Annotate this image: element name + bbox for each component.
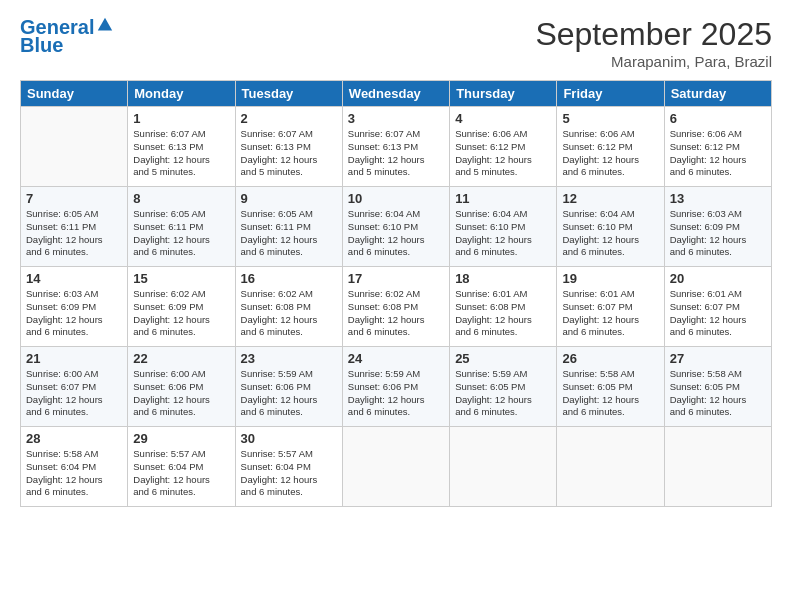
col-monday: Monday xyxy=(128,81,235,107)
calendar-cell xyxy=(450,427,557,507)
calendar-cell: 21Sunrise: 6:00 AM Sunset: 6:07 PM Dayli… xyxy=(21,347,128,427)
col-thursday: Thursday xyxy=(450,81,557,107)
cell-info: Sunrise: 6:00 AM Sunset: 6:06 PM Dayligh… xyxy=(133,368,229,419)
day-number: 3 xyxy=(348,111,444,126)
day-number: 30 xyxy=(241,431,337,446)
cell-info: Sunrise: 6:05 AM Sunset: 6:11 PM Dayligh… xyxy=(26,208,122,259)
calendar-cell: 20Sunrise: 6:01 AM Sunset: 6:07 PM Dayli… xyxy=(664,267,771,347)
col-wednesday: Wednesday xyxy=(342,81,449,107)
calendar-cell xyxy=(557,427,664,507)
day-number: 14 xyxy=(26,271,122,286)
calendar-cell xyxy=(664,427,771,507)
calendar-cell: 27Sunrise: 5:58 AM Sunset: 6:05 PM Dayli… xyxy=(664,347,771,427)
cell-info: Sunrise: 6:01 AM Sunset: 6:07 PM Dayligh… xyxy=(562,288,658,339)
day-number: 5 xyxy=(562,111,658,126)
day-number: 23 xyxy=(241,351,337,366)
day-number: 12 xyxy=(562,191,658,206)
calendar-week-3: 21Sunrise: 6:00 AM Sunset: 6:07 PM Dayli… xyxy=(21,347,772,427)
calendar-header-row: Sunday Monday Tuesday Wednesday Thursday… xyxy=(21,81,772,107)
day-number: 29 xyxy=(133,431,229,446)
day-number: 28 xyxy=(26,431,122,446)
day-number: 2 xyxy=(241,111,337,126)
day-number: 20 xyxy=(670,271,766,286)
location-subtitle: Marapanim, Para, Brazil xyxy=(535,53,772,70)
calendar-cell: 16Sunrise: 6:02 AM Sunset: 6:08 PM Dayli… xyxy=(235,267,342,347)
calendar-cell: 10Sunrise: 6:04 AM Sunset: 6:10 PM Dayli… xyxy=(342,187,449,267)
calendar-table: Sunday Monday Tuesday Wednesday Thursday… xyxy=(20,80,772,507)
cell-info: Sunrise: 6:06 AM Sunset: 6:12 PM Dayligh… xyxy=(562,128,658,179)
calendar-cell: 12Sunrise: 6:04 AM Sunset: 6:10 PM Dayli… xyxy=(557,187,664,267)
logo: General Blue xyxy=(20,16,114,57)
cell-info: Sunrise: 5:59 AM Sunset: 6:05 PM Dayligh… xyxy=(455,368,551,419)
calendar-cell: 5Sunrise: 6:06 AM Sunset: 6:12 PM Daylig… xyxy=(557,107,664,187)
day-number: 26 xyxy=(562,351,658,366)
cell-info: Sunrise: 6:04 AM Sunset: 6:10 PM Dayligh… xyxy=(455,208,551,259)
cell-info: Sunrise: 6:03 AM Sunset: 6:09 PM Dayligh… xyxy=(670,208,766,259)
col-tuesday: Tuesday xyxy=(235,81,342,107)
day-number: 11 xyxy=(455,191,551,206)
calendar-cell: 2Sunrise: 6:07 AM Sunset: 6:13 PM Daylig… xyxy=(235,107,342,187)
month-title: September 2025 xyxy=(535,16,772,53)
calendar-cell: 30Sunrise: 5:57 AM Sunset: 6:04 PM Dayli… xyxy=(235,427,342,507)
day-number: 25 xyxy=(455,351,551,366)
cell-info: Sunrise: 6:04 AM Sunset: 6:10 PM Dayligh… xyxy=(562,208,658,259)
logo-icon xyxy=(96,16,114,34)
day-number: 21 xyxy=(26,351,122,366)
day-number: 1 xyxy=(133,111,229,126)
calendar-cell xyxy=(342,427,449,507)
day-number: 8 xyxy=(133,191,229,206)
svg-marker-0 xyxy=(98,18,112,31)
calendar-cell: 7Sunrise: 6:05 AM Sunset: 6:11 PM Daylig… xyxy=(21,187,128,267)
day-number: 27 xyxy=(670,351,766,366)
day-number: 17 xyxy=(348,271,444,286)
cell-info: Sunrise: 6:04 AM Sunset: 6:10 PM Dayligh… xyxy=(348,208,444,259)
cell-info: Sunrise: 6:02 AM Sunset: 6:09 PM Dayligh… xyxy=(133,288,229,339)
calendar-cell: 3Sunrise: 6:07 AM Sunset: 6:13 PM Daylig… xyxy=(342,107,449,187)
cell-info: Sunrise: 6:03 AM Sunset: 6:09 PM Dayligh… xyxy=(26,288,122,339)
cell-info: Sunrise: 5:57 AM Sunset: 6:04 PM Dayligh… xyxy=(133,448,229,499)
cell-info: Sunrise: 5:58 AM Sunset: 6:05 PM Dayligh… xyxy=(562,368,658,419)
cell-info: Sunrise: 6:07 AM Sunset: 6:13 PM Dayligh… xyxy=(348,128,444,179)
calendar-cell: 8Sunrise: 6:05 AM Sunset: 6:11 PM Daylig… xyxy=(128,187,235,267)
cell-info: Sunrise: 6:07 AM Sunset: 6:13 PM Dayligh… xyxy=(241,128,337,179)
day-number: 7 xyxy=(26,191,122,206)
cell-info: Sunrise: 6:00 AM Sunset: 6:07 PM Dayligh… xyxy=(26,368,122,419)
col-friday: Friday xyxy=(557,81,664,107)
cell-info: Sunrise: 6:06 AM Sunset: 6:12 PM Dayligh… xyxy=(455,128,551,179)
cell-info: Sunrise: 6:07 AM Sunset: 6:13 PM Dayligh… xyxy=(133,128,229,179)
calendar-cell: 14Sunrise: 6:03 AM Sunset: 6:09 PM Dayli… xyxy=(21,267,128,347)
cell-info: Sunrise: 6:01 AM Sunset: 6:08 PM Dayligh… xyxy=(455,288,551,339)
calendar-cell: 11Sunrise: 6:04 AM Sunset: 6:10 PM Dayli… xyxy=(450,187,557,267)
cell-info: Sunrise: 5:59 AM Sunset: 6:06 PM Dayligh… xyxy=(241,368,337,419)
calendar-cell: 15Sunrise: 6:02 AM Sunset: 6:09 PM Dayli… xyxy=(128,267,235,347)
cell-info: Sunrise: 6:01 AM Sunset: 6:07 PM Dayligh… xyxy=(670,288,766,339)
cell-info: Sunrise: 5:57 AM Sunset: 6:04 PM Dayligh… xyxy=(241,448,337,499)
cell-info: Sunrise: 6:02 AM Sunset: 6:08 PM Dayligh… xyxy=(348,288,444,339)
calendar-cell: 17Sunrise: 6:02 AM Sunset: 6:08 PM Dayli… xyxy=(342,267,449,347)
cell-info: Sunrise: 5:59 AM Sunset: 6:06 PM Dayligh… xyxy=(348,368,444,419)
calendar-cell: 24Sunrise: 5:59 AM Sunset: 6:06 PM Dayli… xyxy=(342,347,449,427)
cell-info: Sunrise: 6:05 AM Sunset: 6:11 PM Dayligh… xyxy=(133,208,229,259)
calendar-week-0: 1Sunrise: 6:07 AM Sunset: 6:13 PM Daylig… xyxy=(21,107,772,187)
day-number: 13 xyxy=(670,191,766,206)
day-number: 22 xyxy=(133,351,229,366)
day-number: 24 xyxy=(348,351,444,366)
header: General Blue September 2025 Marapanim, P… xyxy=(20,16,772,70)
calendar-cell: 1Sunrise: 6:07 AM Sunset: 6:13 PM Daylig… xyxy=(128,107,235,187)
calendar-cell: 26Sunrise: 5:58 AM Sunset: 6:05 PM Dayli… xyxy=(557,347,664,427)
day-number: 16 xyxy=(241,271,337,286)
calendar-week-4: 28Sunrise: 5:58 AM Sunset: 6:04 PM Dayli… xyxy=(21,427,772,507)
col-sunday: Sunday xyxy=(21,81,128,107)
day-number: 6 xyxy=(670,111,766,126)
calendar-cell: 22Sunrise: 6:00 AM Sunset: 6:06 PM Dayli… xyxy=(128,347,235,427)
calendar-cell: 19Sunrise: 6:01 AM Sunset: 6:07 PM Dayli… xyxy=(557,267,664,347)
calendar-week-2: 14Sunrise: 6:03 AM Sunset: 6:09 PM Dayli… xyxy=(21,267,772,347)
calendar-cell: 23Sunrise: 5:59 AM Sunset: 6:06 PM Dayli… xyxy=(235,347,342,427)
cell-info: Sunrise: 5:58 AM Sunset: 6:04 PM Dayligh… xyxy=(26,448,122,499)
calendar-cell: 18Sunrise: 6:01 AM Sunset: 6:08 PM Dayli… xyxy=(450,267,557,347)
calendar-cell: 4Sunrise: 6:06 AM Sunset: 6:12 PM Daylig… xyxy=(450,107,557,187)
calendar-week-1: 7Sunrise: 6:05 AM Sunset: 6:11 PM Daylig… xyxy=(21,187,772,267)
cell-info: Sunrise: 5:58 AM Sunset: 6:05 PM Dayligh… xyxy=(670,368,766,419)
title-block: September 2025 Marapanim, Para, Brazil xyxy=(535,16,772,70)
cell-info: Sunrise: 6:06 AM Sunset: 6:12 PM Dayligh… xyxy=(670,128,766,179)
